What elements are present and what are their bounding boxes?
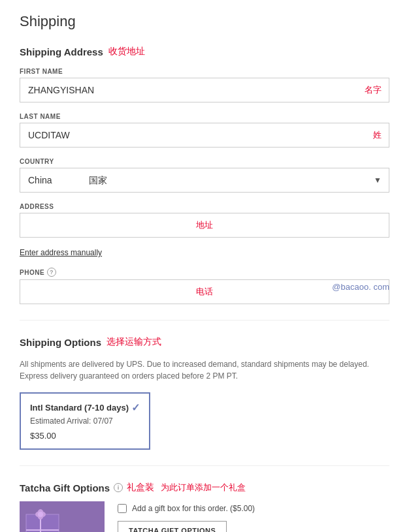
country-group: COUNTRY China 国家 United States Canada Ja… [20,158,389,193]
shipping-options-chinese: 选择运输方式 [106,336,161,348]
shipping-notice: All shipments are delivered by UPS. Due … [20,358,389,382]
last-name-group: LAST NAME 姓 [20,113,389,148]
country-label: COUNTRY [20,158,389,165]
shipping-option-name: Intl Standard (7-10 days) ✓ [30,401,140,414]
address-chinese-hint: 地址 [196,219,213,231]
first-name-chinese-hint: 名字 [365,84,382,96]
shipping-check-icon: ✓ [131,401,140,414]
gift-options-section: Tatcha Gift Options i 礼盒装 为此订单添加一个礼盒 [20,482,389,532]
shipping-option-card[interactable]: Intl Standard (7-10 days) ✓ Estimated Ar… [20,392,150,450]
shipping-arrival: Estimated Arrival: 07/07 [30,416,140,426]
gift-content: Add a gift box for this order. ($5.00) T… [20,501,389,532]
section-divider-2 [20,465,389,466]
gift-image-svg [20,501,105,532]
gift-checkbox-label: Add a gift box for this order. ($5.00) [132,504,255,513]
last-name-chinese-hint: 姓 [373,129,382,141]
gift-section-title: Tatcha Gift Options i 礼盒装 为此订单添加一个礼盒 [20,482,389,493]
first-name-input[interactable] [20,78,389,102]
svg-point-15 [38,512,43,517]
shipping-address-chinese: 收货地址 [108,46,145,57]
phone-chinese-hint: 电话 [196,286,213,298]
shipping-options-title: Shipping Options 选择运输方式 [20,336,389,348]
address-label: ADDRESS [20,203,389,210]
phone-label: PHONE ? [20,268,389,277]
gift-checkbox[interactable] [118,504,127,513]
gift-options-button[interactable]: TATCHA GIFT OPTIONS [118,521,227,532]
gift-chinese-label: 礼盒装 [127,482,154,493]
shipping-price: $35.00 [30,431,140,441]
svg-rect-12 [26,529,59,531]
shipping-address-section-title: Shipping Address 收货地址 [20,46,389,57]
address-group: ADDRESS 地址 [20,203,389,238]
watermark: @bacaoo. com [332,282,389,292]
first-name-label: FIRST NAME [20,68,389,75]
shipping-address-label: Shipping Address [20,46,103,57]
first-name-group: FIRST NAME 名字 [20,68,389,102]
gift-controls: Add a gift box for this order. ($5.00) T… [118,501,389,532]
country-select[interactable]: China 国家 United States Canada Japan [20,168,389,193]
last-name-input[interactable] [20,123,389,148]
page-title: Shipping [20,13,389,30]
enter-address-link[interactable]: Enter address manually [20,248,389,257]
gift-info-icon[interactable]: i [114,483,123,492]
section-divider-1 [20,320,389,321]
gift-image-container [20,501,105,532]
last-name-label: LAST NAME [20,113,389,120]
phone-info-icon[interactable]: ? [47,268,56,277]
shipping-options-section: Shipping Options 选择运输方式 All shipments ar… [20,336,389,450]
gift-checkbox-row: Add a gift box for this order. ($5.00) [118,504,389,513]
gift-chinese-desc: 为此订单添加一个礼盒 [161,482,246,493]
